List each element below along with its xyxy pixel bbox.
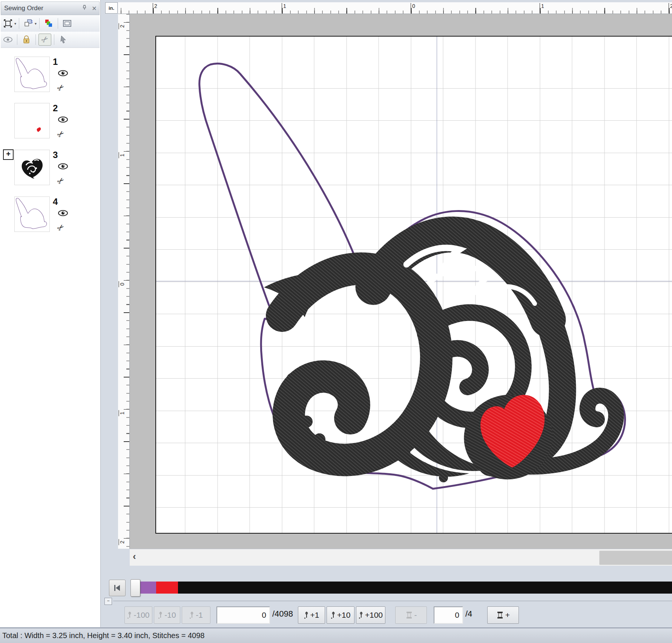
- hoop-button[interactable]: [61, 17, 74, 29]
- button-label: +: [505, 611, 510, 620]
- stitch-fwd-1-button[interactable]: +1: [298, 606, 325, 624]
- ruler-label: 2: [153, 3, 157, 13]
- collapse-button[interactable]: −: [104, 598, 112, 605]
- ruler-label: 1: [540, 3, 544, 13]
- embroidery-design[interactable]: [130, 14, 672, 549]
- scissors-icon[interactable]: ✂: [55, 175, 67, 187]
- ruler-label: 1: [119, 410, 125, 416]
- separator: [58, 18, 58, 29]
- visibility-eye-icon[interactable]: [57, 163, 69, 170]
- scroll-left-arrow[interactable]: ‹: [133, 551, 136, 562]
- button-label: +100: [365, 611, 383, 620]
- button-label: +1: [310, 611, 319, 620]
- stitch-back-10-button[interactable]: -10: [154, 606, 180, 624]
- button-label: -100: [133, 611, 149, 620]
- vertical-ruler: 2 1 0 1 2: [118, 14, 130, 549]
- group-objects-button[interactable]: [22, 17, 35, 29]
- stitch-fwd-100-button[interactable]: +100: [356, 606, 385, 624]
- separator: [17, 34, 17, 45]
- button-label: -10: [164, 611, 176, 620]
- slider-segment-red[interactable]: [156, 582, 178, 594]
- ruler-label: 2: [669, 3, 672, 13]
- select-cursor-icon[interactable]: [57, 34, 70, 46]
- separator: [35, 34, 36, 45]
- button-label: -1: [196, 611, 203, 620]
- slider-segment-black[interactable]: [178, 582, 672, 594]
- scissors-icon[interactable]: ✂: [55, 128, 67, 140]
- button-label: +10: [337, 611, 351, 620]
- status-text: Total : Width = 3.25 inch, Height = 3.40…: [0, 631, 204, 640]
- item-number: 2: [53, 103, 58, 114]
- scissors-tool-button[interactable]: ✂: [38, 34, 51, 46]
- color-sort-button[interactable]: [42, 17, 55, 29]
- sewing-order-panel: Sewing Order ✕ ▾: [0, 0, 101, 627]
- item-number: 1: [53, 57, 58, 67]
- thread-forward-button[interactable]: +: [487, 606, 519, 624]
- sewing-order-item-2[interactable]: 2 ✂: [0, 103, 100, 147]
- hump-white-wave-2: [430, 268, 492, 292]
- panel-toolbar-bottom: ✂: [1, 32, 100, 48]
- panel-toolbar-top: ▾ ▾: [1, 15, 100, 32]
- stitch-total-label: /4098: [272, 609, 293, 619]
- visibility-eye-icon[interactable]: [57, 116, 69, 123]
- separator: [19, 18, 19, 29]
- slider-handle[interactable]: [130, 579, 140, 597]
- stitch-back-1-button[interactable]: -1: [182, 606, 210, 624]
- ruler-label: 0: [411, 3, 415, 13]
- visibility-eye-icon[interactable]: [57, 69, 69, 77]
- sewing-order-item-1[interactable]: 1 ✂: [0, 57, 100, 101]
- scissors-icon[interactable]: ✂: [55, 222, 67, 234]
- thread-back-button[interactable]: -: [395, 606, 427, 624]
- ruler-unit-box[interactable]: in.: [105, 2, 118, 14]
- sewing-order-item-4[interactable]: 4 ✂: [0, 196, 100, 241]
- ruler-label: 1: [282, 3, 286, 13]
- item-2-thumbnail[interactable]: [14, 103, 50, 138]
- design-canvas[interactable]: [130, 14, 672, 549]
- scissors-icon[interactable]: ✂: [55, 82, 67, 94]
- ruler-label: 0: [119, 281, 125, 287]
- thread-total-label: /4: [465, 609, 472, 619]
- separator: [39, 18, 40, 29]
- item-1-thumbnail[interactable]: [14, 57, 50, 92]
- ruler-major-ticks: [118, 8, 672, 14]
- current-stitch-input[interactable]: [216, 606, 270, 624]
- close-icon[interactable]: ✕: [89, 5, 99, 12]
- chevron-down-icon[interactable]: ▾: [14, 21, 16, 26]
- pin-icon[interactable]: [80, 5, 89, 12]
- item-4-thumbnail[interactable]: [14, 196, 50, 232]
- application-window: Sewing Order ✕ ▾: [0, 0, 672, 643]
- ruler-label: 2: [119, 23, 125, 29]
- status-bar: Total : Width = 3.25 inch, Height = 3.40…: [0, 628, 672, 643]
- splitter-line[interactable]: [113, 601, 672, 601]
- lock-icon[interactable]: [20, 34, 33, 46]
- item-number: 4: [53, 196, 58, 207]
- ruler-label: 2: [119, 539, 125, 545]
- eye-icon[interactable]: [2, 34, 14, 46]
- button-label: -: [414, 611, 417, 620]
- panel-title: Sewing Order: [1, 5, 80, 12]
- fit-view-button[interactable]: [2, 17, 14, 29]
- current-thread-input[interactable]: [434, 606, 463, 624]
- stitch-fwd-10-button[interactable]: +10: [327, 606, 354, 624]
- horizontal-ruler: 2 1 0 1 2: [118, 2, 672, 14]
- horizontal-scrollbar[interactable]: ‹: [130, 549, 672, 566]
- scrollbar-thumb[interactable]: [599, 551, 672, 565]
- chevron-down-icon[interactable]: ▾: [35, 21, 37, 26]
- visibility-eye-icon[interactable]: [57, 209, 69, 217]
- item-number: 3: [53, 150, 58, 160]
- ruler-label: 1: [119, 152, 125, 158]
- slider-segment-purple[interactable]: [140, 582, 156, 594]
- scissors-icon: ✂: [39, 34, 51, 46]
- skip-to-start-button[interactable]: [109, 580, 126, 596]
- sewing-order-item-3[interactable]: 3 ✂: [0, 150, 100, 194]
- stitch-progress-slider[interactable]: [130, 581, 672, 594]
- separator: [54, 34, 54, 45]
- stitch-back-100-button[interactable]: -100: [124, 606, 152, 624]
- panel-titlebar[interactable]: Sewing Order ✕: [1, 2, 100, 15]
- item-3-thumbnail[interactable]: [14, 150, 50, 185]
